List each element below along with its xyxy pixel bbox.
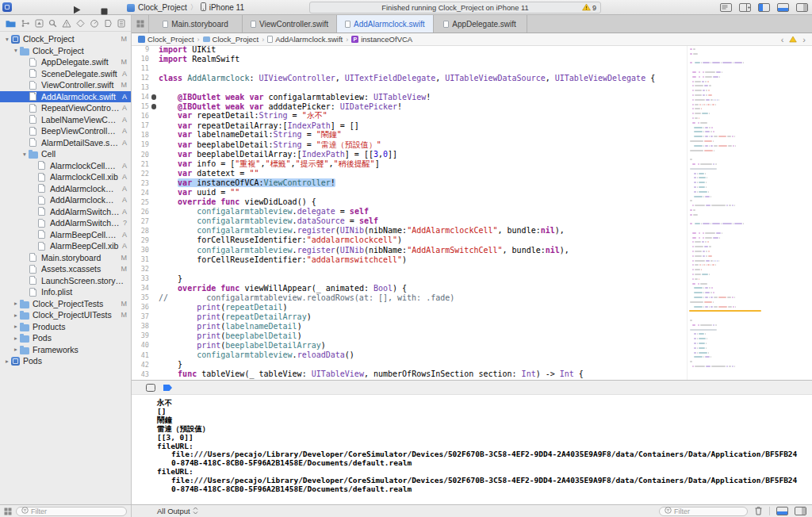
report-navigator-icon[interactable] (117, 19, 125, 28)
file-row-addalarmswitchcell-xib[interactable]: AddAlarmSwitchCell.xib? (0, 217, 131, 229)
sidebar-filter-input[interactable]: Filter (16, 507, 127, 516)
file-name: AddAlarmclockCell.swift (50, 184, 120, 193)
console-scope-select[interactable]: All Output (157, 507, 198, 516)
file-row-info-plist[interactable]: Info.plist (0, 286, 131, 298)
recent-files-filter-icon[interactable] (4, 504, 12, 517)
file-row-alarmclockcell-swift[interactable]: AlarmclockCell.swiftA (0, 160, 131, 172)
breadcrumb-item-instanceofvca[interactable]: PinstanceOfVCA (351, 35, 412, 44)
debug-navigator-icon[interactable] (90, 19, 99, 28)
tab-viewcontroller-swift[interactable]: ViewController.swift (243, 15, 337, 33)
dock-console-right-icon[interactable] (795, 507, 806, 515)
hide-debug-area-icon[interactable] (146, 381, 155, 395)
file-row-labelnameviewcontroller[interactable]: LabelNameViewController....A (0, 114, 131, 126)
dock-console-bottom-icon[interactable] (776, 507, 788, 515)
file-row-scenedelegate-swift[interactable]: SceneDelegate.swiftA (0, 68, 131, 80)
trash-icon[interactable] (754, 504, 763, 517)
disclosure-open-icon[interactable]: ▾ (21, 151, 29, 158)
breakpoint-navigator-icon[interactable] (104, 19, 113, 28)
issue-navigator-icon[interactable] (62, 19, 71, 28)
file-row-viewcontroller-swift[interactable]: ViewController.swiftM (0, 79, 131, 91)
breakpoints-toggle-icon[interactable] (163, 381, 173, 395)
breadcrumb-separator: › (346, 36, 348, 44)
code-text: configalarmtableview.register(UINib(nibN… (159, 226, 565, 235)
code-text: configalarmtableview.register(UINib(nibN… (159, 246, 569, 255)
breadcrumb: Clock_Project›Clock_Project›AddAlarmcloc… (138, 35, 412, 44)
project-navigator-icon[interactable] (6, 19, 16, 28)
file-row-clock-project[interactable]: ▾Clock_Project (0, 45, 131, 57)
file-row-cell[interactable]: ▾Cell (0, 148, 131, 160)
file-row-alarmdetailsave-swift[interactable]: AlarmDetailSave.swiftA (0, 137, 131, 149)
file-row-addalarmclockcell-swift[interactable]: AddAlarmclockCell.swiftA (0, 183, 131, 195)
disclosure-closed-icon[interactable]: ▸ (12, 323, 20, 330)
file-row-clock-project[interactable]: ▾Clock_ProjectM (0, 33, 131, 45)
symbol-navigator-icon[interactable] (35, 19, 44, 28)
tab-addalarmclock-swift[interactable]: AddAlarmclock.swift (337, 15, 433, 33)
forward-icon[interactable]: › (802, 35, 806, 44)
outlet-connection-icon[interactable] (151, 104, 157, 109)
file-row-addalarmclock-swift[interactable]: AddAlarmclock.swiftA (0, 91, 131, 103)
file-row-alarmclockcell-xib[interactable]: AlarmclockCell.xibA (0, 171, 131, 183)
editor-options-icon[interactable] (720, 1, 732, 15)
toggle-inspector-icon[interactable] (796, 3, 808, 12)
editor-column: Main.storyboardViewController.swiftAddAl… (132, 15, 812, 504)
activity-viewer[interactable]: Finished running Clock_Project on iPhone… (309, 2, 601, 13)
add-editor-icon[interactable] (739, 1, 751, 15)
related-items-icon[interactable] (132, 15, 149, 33)
find-navigator-icon[interactable] (48, 19, 57, 28)
scheme-selector[interactable]: Clock_Project 〉 iPhone 11 (127, 0, 244, 15)
file-row-pods[interactable]: ▸Pods (0, 332, 131, 344)
console-output[interactable]: 永不[]鬧鐘雷達（預設值）[[3, 0]]fileURL:file:///Use… (132, 395, 812, 504)
file-row-main-storyboard[interactable]: Main.storyboardM (0, 252, 131, 264)
disclosure-closed-icon[interactable]: ▸ (12, 312, 20, 319)
disclosure-closed-icon[interactable]: ▸ (12, 346, 20, 353)
disclosure-closed-icon[interactable]: ▸ (3, 358, 11, 365)
file-row-products[interactable]: ▸Products (0, 321, 131, 333)
minimap[interactable] (687, 46, 763, 380)
xib-file-icon (38, 196, 45, 205)
file-row-clock-projectuitests[interactable]: ▸Clock_ProjectUITestsM (0, 309, 131, 321)
file-row-alarmbeepcell-swift[interactable]: AlarmBeepCell.swiftA (0, 229, 131, 241)
file-row-beepviewcontroller-swift[interactable]: BeepViewController.swiftA (0, 125, 131, 137)
file-row-repeatviewcontroller-swift[interactable]: RepeatViewController.swiftA (0, 102, 131, 114)
disclosure-open-icon[interactable]: ▾ (3, 36, 11, 43)
breadcrumb-item-clock-project[interactable]: Clock_Project (203, 35, 259, 44)
line-number: 12 (133, 74, 149, 82)
file-row-addalarmclockcell-xib[interactable]: AddAlarmclockCell.xibA (0, 194, 131, 206)
disclosure-open-icon[interactable]: ▾ (12, 47, 20, 54)
file-row-appdelegate-swift[interactable]: AppDelegate.swiftM (0, 56, 131, 68)
disclosure-closed-icon[interactable]: ▸ (12, 300, 20, 307)
vcs-status-badge: M (119, 254, 132, 262)
source-editor[interactable]: 9import UIKit10import RealmSwift1112clas… (132, 46, 812, 380)
console-line: 0-874B-418C-8CB0-5F96A2B1458E/Documents/… (157, 485, 809, 494)
breadcrumb-label: AddAlarmclock.swift (275, 35, 343, 44)
run-button[interactable] (73, 3, 81, 17)
line-number: 13 (133, 83, 149, 91)
file-row-addalarmswitchcell-swift[interactable]: AddAlarmSwitchCell.swiftA (0, 206, 131, 218)
console-filter-input[interactable]: Filter (659, 507, 748, 516)
warning-count-badge[interactable]: 9 (582, 3, 596, 13)
outlet-connection-icon[interactable] (151, 94, 157, 100)
chevron-updown-icon (193, 507, 198, 516)
swift-file-icon (38, 207, 45, 216)
stop-button[interactable] (101, 4, 108, 18)
toggle-navigator-icon[interactable] (758, 3, 770, 12)
disclosure-closed-icon[interactable]: ▸ (12, 335, 20, 342)
file-row-pods[interactable]: ▸Pods (0, 355, 131, 367)
tab-main-storyboard[interactable]: Main.storyboard (149, 15, 243, 33)
file-row-alarmbeepcell-xib[interactable]: AlarmBeepCell.xibA (0, 240, 131, 252)
chevron-right-icon: 〉 (190, 2, 197, 13)
file-row-assets-xcassets[interactable]: Assets.xcassetsM (0, 263, 131, 275)
file-row-frameworks[interactable]: ▸Frameworks (0, 344, 131, 356)
tab-appdelegate-swift[interactable]: AppDelegate.swift (434, 15, 527, 33)
back-icon[interactable]: ‹ (781, 35, 784, 44)
toggle-debug-area-icon[interactable] (777, 3, 789, 12)
breadcrumb-item-addalarmclock-swift[interactable]: AddAlarmclock.swift (267, 35, 343, 44)
breadcrumb-item-clock-project[interactable]: Clock_Project (138, 35, 194, 44)
vcs-status-badge: ? (121, 219, 131, 227)
warning-icon[interactable] (789, 35, 797, 44)
file-name: AlarmclockCell.xib (50, 172, 120, 182)
source-control-navigator-icon[interactable] (21, 19, 30, 28)
file-row-clock-projecttests[interactable]: ▸Clock_ProjectTestsM (0, 298, 131, 310)
test-navigator-icon[interactable] (76, 19, 85, 28)
file-row-launchscreen-storyboard[interactable]: LaunchScreen.storyboard (0, 275, 131, 287)
